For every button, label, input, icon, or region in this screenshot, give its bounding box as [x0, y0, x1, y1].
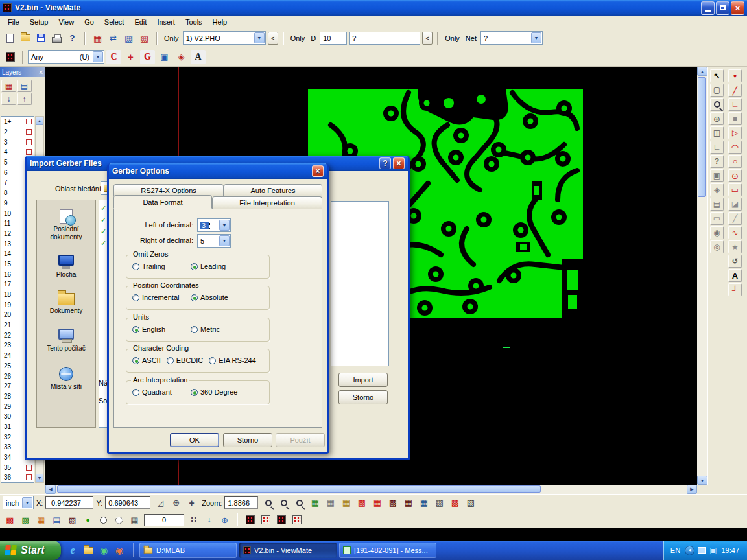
pattern-orange-button[interactable]: ▦: [34, 513, 49, 527]
text-tool-button[interactable]: A: [728, 269, 742, 282]
menu-insert[interactable]: Insert: [152, 17, 180, 27]
zoom-select-button[interactable]: [261, 496, 276, 510]
dcode-input[interactable]: 10: [320, 32, 347, 45]
select-window-button[interactable]: ▢: [710, 84, 724, 97]
chevron-down-icon[interactable]: ▼: [93, 51, 103, 62]
menu-edit[interactable]: Edit: [129, 17, 152, 27]
sketch-layer-button[interactable]: ▨: [137, 31, 152, 45]
draw-line-button[interactable]: ╱: [728, 84, 742, 97]
pattern-green-button[interactable]: ▩: [18, 513, 33, 527]
pads-red3-button[interactable]: ▩: [447, 496, 462, 510]
close-button[interactable]: ×: [312, 165, 324, 177]
radio-english[interactable]: English: [132, 325, 191, 333]
chevron-down-icon[interactable]: ▼: [22, 497, 32, 508]
draw-cut-button[interactable]: ◪: [728, 198, 742, 211]
probe-button[interactable]: ◉: [710, 226, 724, 239]
highlight-net-button[interactable]: ◈: [174, 50, 189, 64]
tab-auto-features[interactable]: Auto Features: [224, 184, 322, 196]
highlight-item-button[interactable]: ▣: [710, 169, 724, 182]
layer-color-swatch[interactable]: [26, 474, 32, 480]
ok-button[interactable]: OK: [170, 433, 219, 447]
only-net-toggle[interactable]: Only: [443, 34, 462, 42]
language-indicator[interactable]: EN: [670, 546, 680, 554]
chevron-down-icon[interactable]: ▼: [219, 220, 230, 231]
draw-circle-button[interactable]: ○: [728, 155, 742, 168]
table-grid-button[interactable]: ▦: [127, 513, 142, 527]
draw-polyline-button[interactable]: ∟: [728, 98, 742, 111]
radio-eia-rs-244[interactable]: EIA RS-244: [209, 356, 255, 364]
pad-pattern-button[interactable]: [3, 50, 18, 64]
grid-blue-button[interactable]: ▦: [416, 496, 431, 510]
zoom-out-button[interactable]: [292, 496, 307, 510]
anchor-down-button[interactable]: ↓: [202, 513, 217, 527]
storno-button[interactable]: Storno: [338, 390, 388, 404]
msn-button[interactable]: ◉: [97, 543, 110, 557]
crosshair-move-button[interactable]: +: [123, 50, 138, 64]
zoom-area-button[interactable]: ⊕: [710, 112, 724, 125]
place-desktop[interactable]: Plocha: [37, 255, 95, 279]
opera-button[interactable]: ◉: [113, 543, 126, 557]
menu-file[interactable]: File: [3, 17, 25, 27]
unit-combo[interactable]: inch ▼: [3, 496, 34, 509]
only-dcode-toggle[interactable]: Only: [289, 34, 307, 42]
scroll-down-icon[interactable]: ▼: [697, 476, 707, 485]
draw-arc-button[interactable]: ◠: [728, 141, 742, 154]
grid-value-field[interactable]: 0: [144, 514, 184, 526]
component-mode-button[interactable]: C: [106, 50, 121, 64]
place-network-places[interactable]: Místa v síti: [37, 367, 95, 391]
draw-triangle-button[interactable]: ▷: [728, 126, 742, 139]
storno-button[interactable]: Storno: [223, 433, 272, 447]
grid-gray-button[interactable]: ▦: [323, 496, 338, 510]
close-button[interactable]: ×: [393, 158, 405, 169]
layer-color-swatch[interactable]: [26, 129, 32, 135]
selection-filter-combo[interactable]: Any (U) ▼: [28, 50, 104, 64]
menu-setup[interactable]: Setup: [25, 17, 54, 27]
display-tray-button[interactable]: [698, 547, 706, 554]
taskbar-task-2[interactable]: V2.bin - ViewMate: [239, 542, 337, 558]
layer-color-swatch[interactable]: [26, 149, 32, 155]
radio-incremental[interactable]: Incremental: [132, 294, 191, 301]
halftone2-button[interactable]: [258, 513, 273, 527]
start-button[interactable]: Start: [0, 541, 61, 560]
draw-pad-button[interactable]: ⊙: [728, 169, 742, 182]
save-button[interactable]: [34, 31, 49, 45]
draw-rotate-button[interactable]: ↺: [728, 255, 742, 268]
print-button[interactable]: [49, 31, 64, 45]
restore-button[interactable]: [716, 1, 729, 15]
query-item-button[interactable]: ?: [710, 155, 724, 168]
pointer-button[interactable]: ↖: [710, 69, 724, 82]
layer-combo[interactable]: 1) V2.PHO ▼: [183, 31, 266, 45]
prev-layer-button[interactable]: <: [268, 32, 278, 45]
layer-row[interactable]: 1+: [1, 117, 34, 127]
zoom-in-button[interactable]: [276, 496, 291, 510]
note-button[interactable]: ▤: [710, 198, 724, 211]
layer-down-button[interactable]: ↓: [1, 93, 16, 105]
layer-row[interactable]: 2: [1, 127, 34, 137]
layer-color-swatch[interactable]: [26, 465, 32, 471]
horizontal-scroll-thumb[interactable]: [57, 485, 541, 493]
grid-dark-button[interactable]: ▧: [463, 496, 478, 510]
scroll-up-icon[interactable]: ▲: [36, 117, 43, 125]
pattern-red-button[interactable]: ▩: [3, 513, 18, 527]
anchor-target-button[interactable]: ⊕: [217, 513, 232, 527]
layer-row[interactable]: 35: [1, 462, 34, 472]
draw-slash-button[interactable]: ╱: [728, 212, 742, 225]
layer-row[interactable]: 36: [1, 472, 34, 483]
circle-dashed-button[interactable]: [112, 513, 126, 527]
layer-list-button[interactable]: ▤: [17, 80, 32, 92]
place-documents[interactable]: Dokumenty: [37, 293, 95, 315]
draw-rect-button[interactable]: ▭: [728, 183, 742, 196]
radio-quadrant[interactable]: Quadrant: [132, 388, 191, 396]
grid-tan-button[interactable]: ▦: [338, 496, 353, 510]
help-button[interactable]: ?: [379, 158, 391, 169]
open-file-button[interactable]: [18, 31, 33, 45]
layer-row[interactable]: 3: [1, 137, 34, 147]
draw-star-button[interactable]: ★: [728, 240, 742, 253]
green-dot-button[interactable]: ●: [80, 513, 95, 527]
apply-button[interactable]: Použít: [276, 433, 325, 447]
measure-diagonal-button[interactable]: ◿: [153, 496, 168, 510]
radio-absolute[interactable]: Absolute: [191, 294, 249, 301]
menu-go[interactable]: Go: [79, 17, 99, 27]
menu-view[interactable]: View: [53, 17, 79, 27]
select-box-button[interactable]: ▣: [157, 50, 172, 64]
